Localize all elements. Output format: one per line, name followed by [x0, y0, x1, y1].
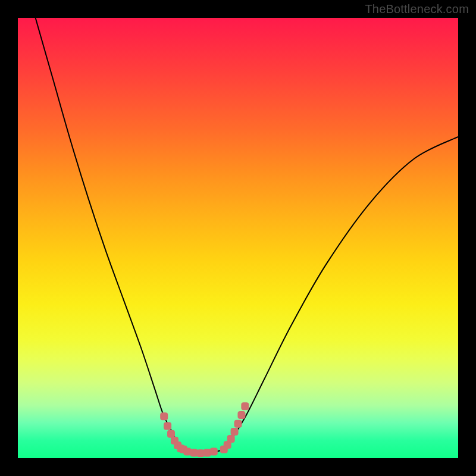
bottleneck-curve — [36, 18, 458, 455]
marker-dot — [203, 449, 211, 457]
marker-dots — [160, 402, 249, 457]
marker-dot — [190, 449, 198, 457]
marker-dot — [197, 449, 205, 457]
marker-dot — [183, 447, 191, 455]
marker-dot — [231, 428, 239, 436]
marker-dot — [227, 435, 235, 443]
marker-dot — [167, 430, 175, 438]
marker-dot — [241, 402, 249, 410]
marker-dot — [210, 447, 218, 455]
curve-layer — [18, 18, 458, 458]
marker-dot — [164, 422, 171, 430]
watermark-text: TheBottleneck.com — [365, 2, 469, 16]
v-curve — [36, 18, 458, 455]
marker-dot — [160, 412, 168, 420]
marker-dot — [234, 420, 242, 428]
chart-frame: TheBottleneck.com — [0, 0, 476, 476]
marker-dot — [237, 411, 245, 419]
plot-area — [18, 18, 458, 458]
